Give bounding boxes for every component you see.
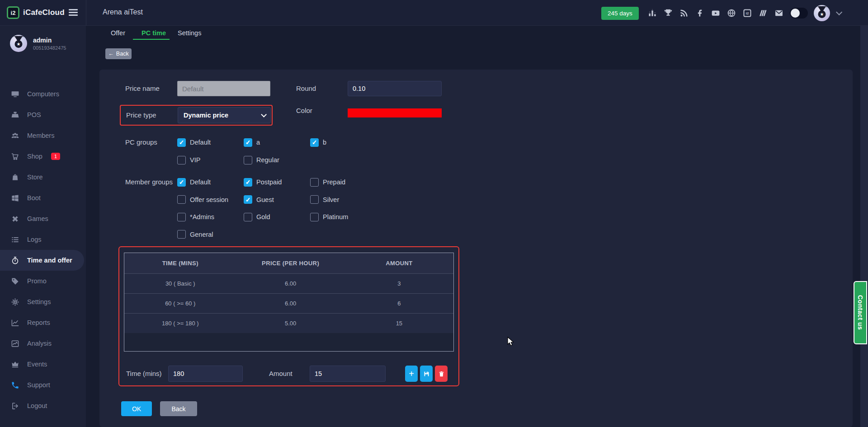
sidebar-item-pos[interactable]: POS	[0, 104, 86, 125]
line-chart-icon	[11, 319, 19, 327]
member-group-option[interactable]: *Admins	[177, 212, 244, 221]
checkbox-label: General	[190, 231, 213, 238]
checkbox[interactable]	[310, 213, 319, 221]
amount-input[interactable]	[310, 366, 386, 382]
sidebar-item-computers[interactable]: Computers	[0, 84, 86, 104]
checkbox[interactable]	[177, 230, 186, 239]
color-swatch[interactable]	[348, 108, 442, 117]
member-group-option[interactable]: Offer session	[177, 195, 244, 204]
color-label: Color	[296, 107, 312, 114]
member-group-option[interactable]: Platinum	[310, 212, 377, 221]
checkbox-label: b	[323, 139, 326, 146]
sidebar-item-games[interactable]: Games	[0, 208, 86, 229]
checkbox[interactable]	[310, 178, 319, 187]
cell-amount: 3	[345, 274, 453, 293]
pc-group-option[interactable]: b	[310, 138, 377, 147]
layers-icon[interactable]	[758, 8, 768, 18]
tab-offer[interactable]: Offer	[111, 29, 125, 37]
checkbox[interactable]	[244, 156, 252, 164]
pc-group-option[interactable]: Regular	[244, 155, 310, 164]
member-groups-grid: Default Postpaid Prepaid Offer session G…	[177, 178, 377, 239]
sidebar-item-time-and-offer[interactable]: Time and offer	[0, 250, 84, 271]
checkbox[interactable]	[177, 195, 186, 204]
checkbox[interactable]	[244, 213, 252, 221]
add-step-button[interactable]: +	[405, 366, 418, 382]
table-row[interactable]: 60 ( >= 60 ) 6.00 6	[124, 293, 453, 313]
checkbox[interactable]	[244, 178, 252, 187]
rss-icon[interactable]	[679, 8, 689, 18]
trophy-icon[interactable]	[663, 8, 673, 18]
mail-icon[interactable]	[774, 8, 784, 18]
icafe-logo-icon[interactable]: i2	[742, 8, 752, 18]
checkbox[interactable]	[244, 195, 252, 204]
sidebar-item-logout[interactable]: Logout	[0, 395, 86, 416]
checkbox[interactable]	[177, 138, 186, 147]
member-group-option[interactable]: Silver	[310, 195, 377, 204]
user-avatar[interactable]: PLATINUM ★	[814, 5, 830, 21]
tab-settings[interactable]: Settings	[178, 29, 201, 37]
ok-button[interactable]: OK	[121, 401, 152, 416]
save-icon	[423, 371, 430, 377]
member-group-option[interactable]: Postpaid	[244, 178, 310, 187]
sidebar-item-members[interactable]: Members	[0, 125, 86, 146]
member-group-option[interactable]: Guest	[244, 195, 310, 204]
sidebar-item-shop[interactable]: Shop 1	[0, 146, 86, 167]
member-group-option[interactable]: Default	[177, 178, 244, 187]
hamburger-menu-icon[interactable]	[69, 9, 78, 16]
chevron-down-icon[interactable]	[836, 9, 842, 15]
delete-step-button[interactable]	[435, 366, 448, 382]
tab-pc-time[interactable]: PC time	[142, 29, 166, 37]
stopwatch-icon	[11, 256, 19, 265]
contact-us-label: Contact us	[857, 295, 864, 330]
ranking-icon[interactable]	[647, 8, 657, 18]
checkbox[interactable]	[244, 138, 252, 147]
member-group-option[interactable]: General	[177, 230, 244, 239]
sidebar-item-promo[interactable]: Promo	[0, 271, 86, 291]
checkbox[interactable]	[177, 213, 186, 221]
checkbox[interactable]	[310, 138, 319, 147]
price-steps-table: TIME (MINS) PRICE (PER HOUR) AMOUNT 30 (…	[124, 253, 454, 352]
time-mins-input[interactable]	[168, 366, 243, 382]
price-type-highlight-box: Price type Dynamic price	[120, 105, 273, 126]
sidebar-user[interactable]: PLATINUM ★ admin 005193482475	[10, 35, 66, 52]
sidebar-item-label: Computers	[27, 90, 59, 98]
days-remaining-badge[interactable]: 245 days	[601, 7, 639, 20]
pc-group-option[interactable]: VIP	[177, 155, 244, 164]
globe-icon[interactable]	[726, 8, 736, 18]
scrollbar-track[interactable]	[860, 26, 868, 427]
sidebar-item-settings[interactable]: Settings	[0, 291, 86, 312]
pc-group-option[interactable]: a	[244, 138, 310, 147]
theme-toggle[interactable]	[790, 8, 808, 19]
gear-icon	[11, 298, 19, 306]
sidebar: PLATINUM ★ admin 005193482475 Computers …	[0, 26, 86, 427]
save-step-button[interactable]	[420, 366, 433, 382]
sidebar-item-store[interactable]: Store	[0, 167, 86, 188]
checkbox[interactable]	[177, 178, 186, 187]
sidebar-item-analysis[interactable]: Analysis	[0, 333, 86, 354]
member-group-option[interactable]: Prepaid	[310, 178, 377, 187]
sidebar-item-events[interactable]: Events	[0, 354, 86, 375]
table-row[interactable]: 30 ( Basic ) 6.00 3	[124, 273, 453, 293]
avatar-medal-icon: ★	[15, 40, 23, 48]
sidebar-item-support[interactable]: Support	[0, 375, 86, 395]
price-type-select[interactable]: Dynamic price	[178, 107, 271, 123]
plus-icon: +	[409, 369, 414, 379]
brand[interactable]: i2 iCafeCloud	[7, 6, 65, 19]
contact-us-tab[interactable]: Contact us	[854, 281, 867, 344]
sidebar-item-label: Reports	[27, 319, 50, 326]
tag-icon	[11, 277, 19, 286]
back-button-bottom[interactable]: Back	[160, 401, 197, 416]
back-button-top[interactable]: ←Back	[105, 48, 132, 59]
sidebar-item-logs[interactable]: Logs	[0, 229, 86, 250]
sidebar-item-boot[interactable]: Boot	[0, 188, 86, 208]
checkbox[interactable]	[310, 195, 319, 204]
youtube-icon[interactable]	[711, 8, 721, 18]
pc-group-option[interactable]: Default	[177, 138, 244, 147]
round-input[interactable]	[348, 81, 442, 96]
facebook-icon[interactable]	[695, 8, 705, 18]
checkbox[interactable]	[177, 156, 186, 164]
table-row[interactable]: 180 ( >= 180 ) 5.00 15	[124, 313, 453, 333]
sidebar-item-reports[interactable]: Reports	[0, 312, 86, 333]
sidebar-item-label: Logout	[27, 402, 47, 409]
member-group-option[interactable]: Gold	[244, 212, 310, 221]
